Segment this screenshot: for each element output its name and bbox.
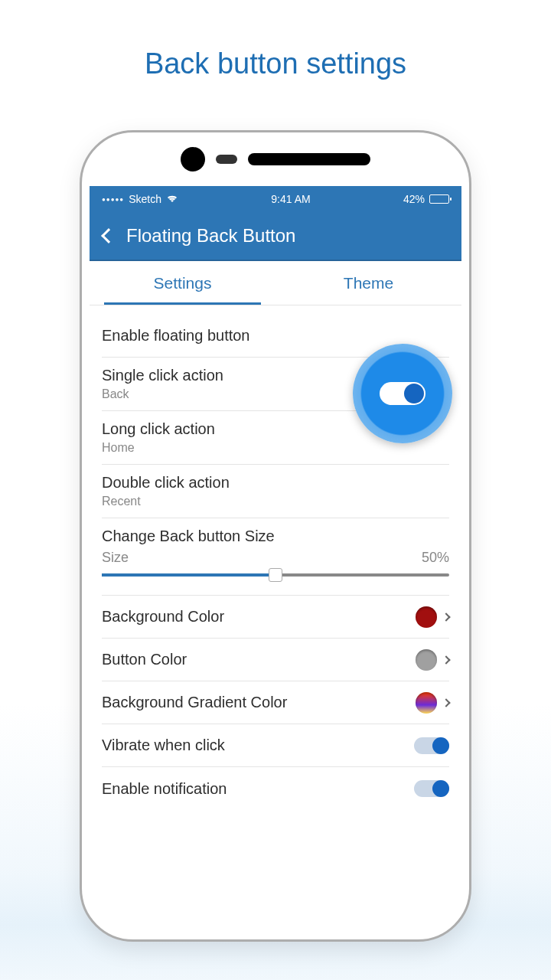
- row-double-click[interactable]: Double click action Recent: [102, 465, 449, 518]
- side-button: [80, 362, 82, 408]
- chevron-right-icon: [442, 612, 450, 621]
- status-time: 9:41 AM: [271, 193, 310, 205]
- bg-gradient-label: Background Gradient Color: [102, 694, 416, 711]
- size-slider[interactable]: [102, 573, 449, 577]
- side-button: [469, 362, 471, 423]
- back-icon[interactable]: [101, 228, 116, 243]
- signal-dots-icon: ●●●●●: [102, 196, 124, 203]
- row-notification[interactable]: Enable notification: [102, 767, 449, 810]
- page-title: Back button settings: [0, 0, 551, 80]
- carrier-label: Sketch: [129, 193, 161, 205]
- phone-screen: ●●●●● Sketch 9:41 AM 42% Floating Back B…: [90, 186, 461, 932]
- side-button: [80, 416, 82, 469]
- row-size: Change Back button Size Size 50%: [102, 518, 449, 596]
- row-button-color[interactable]: Button Color: [102, 639, 449, 681]
- speaker-slot-icon: [248, 153, 370, 165]
- notification-toggle[interactable]: [414, 780, 449, 797]
- vibrate-toggle[interactable]: [414, 737, 449, 754]
- wifi-icon: [166, 193, 178, 205]
- tab-settings[interactable]: Settings: [90, 261, 276, 305]
- row-vibrate[interactable]: Vibrate when click: [102, 724, 449, 767]
- tab-theme[interactable]: Theme: [276, 261, 461, 305]
- battery-percent: 42%: [403, 193, 425, 205]
- double-click-value: Recent: [102, 495, 449, 508]
- app-bar: Floating Back Button: [90, 212, 461, 261]
- chevron-right-icon: [442, 655, 450, 664]
- row-background-gradient[interactable]: Background Gradient Color: [102, 681, 449, 724]
- slider-thumb-icon[interactable]: [269, 568, 282, 582]
- color-swatch-icon: [416, 649, 437, 671]
- size-value: 50%: [422, 550, 449, 566]
- phone-notch: [82, 132, 469, 186]
- phone-frame: ●●●●● Sketch 9:41 AM 42% Floating Back B…: [80, 130, 471, 942]
- vibrate-label: Vibrate when click: [102, 737, 414, 754]
- color-swatch-icon: [416, 692, 437, 714]
- notification-label: Enable notification: [102, 780, 414, 798]
- double-click-label: Double click action: [102, 474, 449, 492]
- floating-toggle-icon: [380, 382, 425, 405]
- chevron-right-icon: [442, 698, 450, 707]
- app-bar-title: Floating Back Button: [126, 225, 295, 247]
- battery-icon: [429, 194, 449, 204]
- size-sub-label: Size: [102, 550, 129, 566]
- size-label: Change Back button Size: [102, 528, 449, 545]
- color-swatch-icon: [416, 606, 437, 628]
- camera-dot-icon: [181, 147, 205, 172]
- status-bar: ●●●●● Sketch 9:41 AM 42%: [90, 186, 461, 212]
- sensor-icon: [216, 155, 237, 164]
- enable-floating-label: Enable floating button: [102, 327, 449, 345]
- row-background-color[interactable]: Background Color: [102, 596, 449, 639]
- floating-back-button[interactable]: [353, 344, 452, 443]
- bg-color-label: Background Color: [102, 608, 416, 626]
- tabs: Settings Theme: [90, 261, 461, 305]
- btn-color-label: Button Color: [102, 651, 416, 668]
